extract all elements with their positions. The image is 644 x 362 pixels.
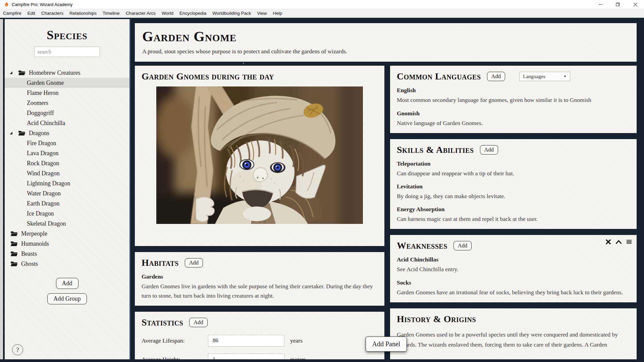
tree-item-ice-dragon[interactable]: Ice Dragon xyxy=(5,208,129,219)
menu-world[interactable]: World xyxy=(159,9,176,18)
image-panel-title: Garden Gnomes during the day xyxy=(142,71,274,82)
campfire-flame-icon xyxy=(4,2,9,7)
delete-panel-icon[interactable] xyxy=(606,239,611,244)
garden-gnome-photo xyxy=(156,86,363,224)
collapse-panel-icon[interactable] xyxy=(616,240,622,244)
page-title: Garden Gnome xyxy=(142,29,629,44)
folder-icon xyxy=(18,130,25,136)
help-button[interactable]: ? xyxy=(12,344,23,355)
tree-group-beasts[interactable]: Beasts xyxy=(5,249,129,259)
species-header-panel: Garden Gnome A proud, stout species whos… xyxy=(135,23,637,62)
folder-icon xyxy=(10,231,18,236)
habitats-title: Habitats xyxy=(142,257,179,268)
tree-item-water-dragon[interactable]: Water Dragon xyxy=(5,188,129,198)
languages-panel: Common Languages Add Languages ▼ English… xyxy=(390,66,637,133)
tree-item-flame-heron[interactable]: Flame Heron xyxy=(5,88,129,98)
tree-item-fire-dragon[interactable]: Fire Dragon xyxy=(5,138,129,148)
statistics-add-button[interactable]: Add xyxy=(189,318,207,327)
weakness-entry: Acid Chinchillas See Acid Chinchilla ent… xyxy=(397,256,630,274)
weaknesses-panel: Weaknesses Add Acid Chinchillas See Acid… xyxy=(390,235,637,302)
tree-item-garden-gnome[interactable]: Garden Gnome xyxy=(5,78,129,88)
menu-encyclopedia[interactable]: Encyclopedia xyxy=(176,9,209,18)
menu-campfire[interactable]: Campfire xyxy=(0,9,24,18)
window-title: Campfire Pro: Wizard Academy xyxy=(12,2,72,7)
weakness-entry: Socks Garden Gnomes have an irrational f… xyxy=(397,279,630,297)
window-titlebar: Campfire Pro: Wizard Academy xyxy=(0,0,644,9)
add-panel-button[interactable]: Add Panel xyxy=(366,337,407,352)
statistics-panel: Statistics Add Average Lifespan: years A… xyxy=(135,312,384,359)
tree-item-zoomers[interactable]: Zoomers xyxy=(5,98,129,108)
folder-icon xyxy=(10,251,18,256)
tree-group-humanoids[interactable]: Humanoids xyxy=(5,239,129,249)
add-group-button[interactable]: Add Group xyxy=(47,293,87,304)
skill-entry: Teleportation Can disappear and reappear… xyxy=(397,160,630,178)
tree-item-wind-dragon[interactable]: Wind Dragon xyxy=(5,168,129,178)
skills-add-button[interactable]: Add xyxy=(480,145,498,155)
tree-group-homebrew-creatures[interactable]: Homebrew Creatures xyxy=(5,68,129,78)
image-panel: Garden Gnomes during the day xyxy=(135,66,384,246)
content-area: Species Homebrew Creatures Garden Gnome … xyxy=(0,18,644,362)
menu-edit[interactable]: Edit xyxy=(24,9,38,18)
average-height-input[interactable] xyxy=(208,354,284,359)
history-panel: History & Origins Garden Gnomes used to … xyxy=(390,308,637,359)
main-area: Garden Gnome A proud, stout species whos… xyxy=(129,19,644,359)
folder-icon xyxy=(10,261,18,266)
species-tree: Homebrew Creatures Garden Gnome Flame He… xyxy=(5,68,129,269)
menu-bar: Campfire Edit Characters Relationships T… xyxy=(0,9,644,18)
tree-group-ghosts[interactable]: Ghosts xyxy=(5,259,129,269)
sidebar-title: Species xyxy=(5,28,129,42)
stat-row-height: Average Height: meters xyxy=(142,354,378,359)
history-text: Garden Gnomes used to be a powerful spec… xyxy=(397,330,630,350)
statistics-title: Statistics xyxy=(142,317,183,328)
habitats-add-button[interactable]: Add xyxy=(185,258,203,267)
drag-handle-icon[interactable] xyxy=(627,240,632,244)
history-title: History & Origins xyxy=(397,314,476,324)
tree-group-dragons[interactable]: Dragons xyxy=(5,128,129,138)
skill-entry: Levitation By doing a jig, they can make… xyxy=(397,183,630,201)
menu-character-arcs[interactable]: Character Arcs xyxy=(123,9,159,18)
habitat-entry: Gardens Garden Gnomes live in gardens wi… xyxy=(142,273,378,300)
tree-group-merpeople[interactable]: Merpeople xyxy=(5,229,129,239)
expand-arrow-icon[interactable] xyxy=(10,71,12,74)
page-subtitle: A proud, stout species whose purpose is … xyxy=(142,48,629,55)
expand-arrow-icon[interactable] xyxy=(10,132,12,134)
weaknesses-title: Weaknesses xyxy=(397,240,447,251)
tree-item-rock-dragon[interactable]: Rock Dragon xyxy=(5,158,129,168)
language-entry: Gnomish Native language of Garden Gnomes… xyxy=(397,110,630,128)
tree-item-acid-chinchilla[interactable]: Acid Chinchilla xyxy=(5,118,129,128)
folder-icon xyxy=(10,241,18,246)
weaknesses-add-button[interactable]: Add xyxy=(453,241,472,250)
average-lifespan-input[interactable] xyxy=(208,335,284,347)
tree-item-doggogriff[interactable]: Doggogriff xyxy=(5,108,129,118)
languages-add-button[interactable]: Add xyxy=(487,72,505,81)
folder-icon xyxy=(18,70,25,75)
restore-button[interactable] xyxy=(609,0,627,9)
menu-help[interactable]: Help xyxy=(270,9,285,18)
minimize-button[interactable] xyxy=(592,0,609,9)
tree-item-lava-dragon[interactable]: Lava Dragon xyxy=(5,148,129,158)
add-species-button[interactable]: Add xyxy=(56,278,78,289)
menu-view[interactable]: View xyxy=(254,9,270,18)
search-input[interactable] xyxy=(34,47,100,57)
menu-timeline[interactable]: Timeline xyxy=(100,9,123,18)
languages-dropdown[interactable]: Languages ▼ xyxy=(519,72,570,81)
skill-entry: Energy Absorption Can harness magic cast… xyxy=(397,206,630,224)
stat-row-lifespan: Average Lifespan: years xyxy=(142,335,378,347)
menu-relationships[interactable]: Relationships xyxy=(66,9,100,18)
menu-worldbuilding-pack[interactable]: Worldbuilding Pack xyxy=(209,9,254,18)
tree-item-lightning-dragon[interactable]: Lightning Dragon xyxy=(5,178,129,188)
close-button[interactable] xyxy=(627,0,644,9)
tree-item-earth-dragon[interactable]: Earth Dragon xyxy=(5,198,129,208)
skills-title: Skills & Abilities xyxy=(397,144,474,155)
tree-item-skeletal-dragon[interactable]: Skeletal Dragon xyxy=(5,219,129,229)
languages-title: Common Languages xyxy=(397,71,481,82)
species-sidebar: Species Homebrew Creatures Garden Gnome … xyxy=(5,19,129,359)
menu-characters[interactable]: Characters xyxy=(38,9,66,18)
chevron-down-icon: ▼ xyxy=(564,75,567,78)
habitats-panel: Habitats Add Gardens Garden Gnomes live … xyxy=(135,252,384,305)
language-entry: English Most common secondary language f… xyxy=(397,87,630,105)
window-edge-strip xyxy=(0,19,3,359)
skills-panel: Skills & Abilities Add Teleportation Can… xyxy=(390,139,637,229)
